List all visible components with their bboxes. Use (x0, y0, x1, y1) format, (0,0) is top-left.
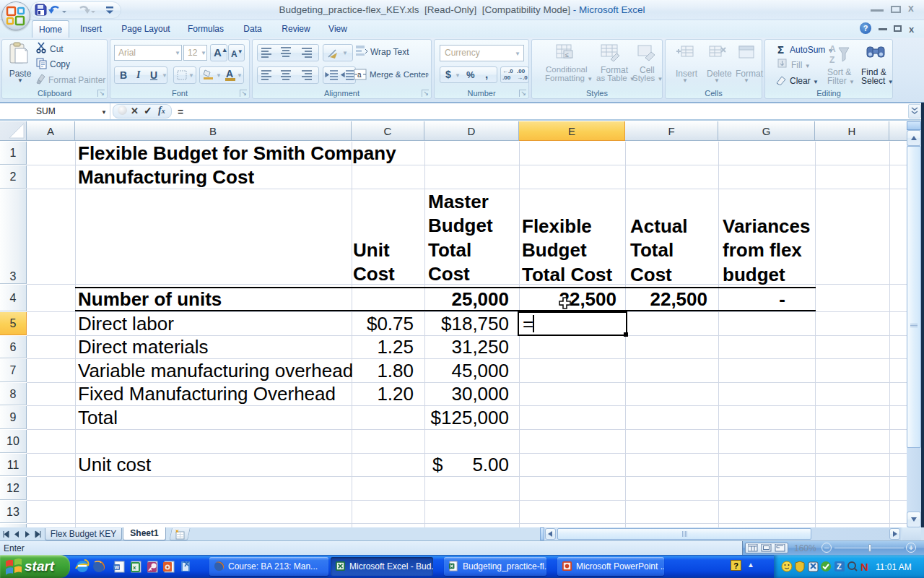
svg-text:a: a (357, 71, 362, 79)
svg-text:N: N (860, 561, 868, 573)
svg-text:W: W (115, 565, 120, 570)
svg-text:A: A (829, 44, 836, 54)
svg-text:x: x (133, 564, 136, 571)
svg-text:Z: Z (837, 562, 842, 571)
svg-text:Z: Z (829, 55, 834, 65)
svg-text:≤: ≤ (565, 51, 569, 59)
